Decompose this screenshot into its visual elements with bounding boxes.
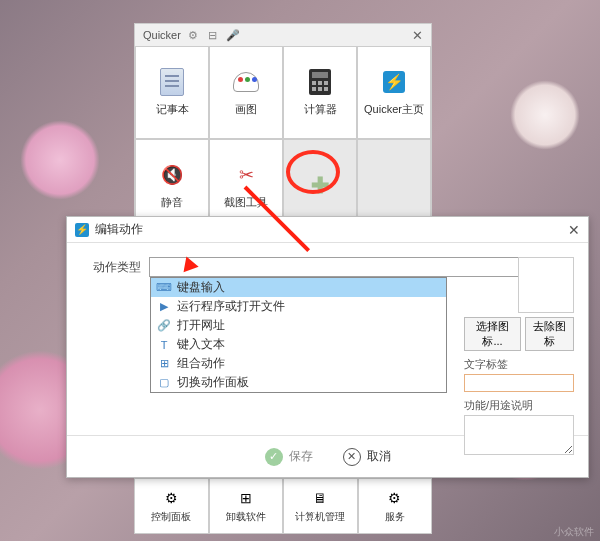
plus-icon: ✚ — [311, 173, 329, 199]
bottom-cell-services[interactable]: ⚙服务 — [358, 478, 433, 534]
dropdown-item-url[interactable]: 🔗打开网址 — [151, 316, 446, 335]
dropdown-item-panel[interactable]: ▢切换动作面板 — [151, 373, 446, 392]
uninstall-icon: ⊞ — [237, 489, 255, 507]
notepad-icon — [160, 68, 184, 96]
bottom-cell-uninstall[interactable]: ⊞卸载软件 — [209, 478, 284, 534]
grid-cell-paint[interactable]: 画图 — [209, 46, 283, 139]
bolt-small-icon: ⚡ — [75, 223, 89, 237]
grid-cell-homepage[interactable]: ⚡Quicker主页 — [357, 46, 431, 139]
dialog-titlebar: ⚡ 编辑动作 ✕ — [67, 217, 588, 243]
watermark: 小众软件 — [554, 525, 594, 539]
dropdown-item-group[interactable]: ⊞组合动作 — [151, 354, 446, 373]
save-button[interactable]: ✓保存 — [265, 448, 313, 466]
eye-icon[interactable]: ⊟ — [207, 29, 219, 41]
bottom-action-row: ⚙控制面板 ⊞卸载软件 🖥计算机管理 ⚙服务 — [134, 478, 432, 534]
run-icon: ▶ — [157, 300, 171, 314]
services-icon: ⚙ — [386, 489, 404, 507]
dropdown-item-run[interactable]: ▶运行程序或打开文件 — [151, 297, 446, 316]
icon-preview — [518, 257, 574, 313]
text-label-input[interactable] — [464, 374, 574, 392]
keyboard-icon: ⌨ — [157, 281, 171, 295]
x-icon: ✕ — [343, 448, 361, 466]
action-grid: 记事本 画图 计算器 ⚡Quicker主页 🔇静音 ✂截图工具 ✚ — [135, 46, 431, 232]
grid-cell-notepad[interactable]: 记事本 — [135, 46, 209, 139]
app-title: Quicker — [143, 29, 181, 41]
dropdown-item-text[interactable]: T键入文本 — [151, 335, 446, 354]
control-panel-icon: ⚙ — [162, 489, 180, 507]
action-type-label: 动作类型 — [81, 259, 141, 276]
group-icon: ⊞ — [157, 357, 171, 371]
gear-icon[interactable]: ⚙ — [187, 29, 199, 41]
quicker-main-panel: Quicker ⚙ ⊟ 🎤 ✕ 记事本 画图 计算器 ⚡Quicker主页 🔇静… — [134, 23, 432, 233]
desc-caption: 功能/用途说明 — [464, 398, 574, 413]
mute-icon: 🔇 — [159, 162, 185, 188]
quicker-titlebar: Quicker ⚙ ⊟ 🎤 ✕ — [135, 24, 431, 46]
scissors-icon: ✂ — [233, 162, 259, 188]
grid-cell-calc[interactable]: 计算器 — [283, 46, 357, 139]
bottom-cell-control-panel[interactable]: ⚙控制面板 — [134, 478, 209, 534]
bolt-icon: ⚡ — [383, 71, 405, 93]
dialog-title-text: 编辑动作 — [95, 221, 143, 238]
close-icon[interactable]: ✕ — [412, 28, 423, 43]
remove-icon-button[interactable]: 去除图标 — [525, 317, 574, 351]
bottom-cell-management[interactable]: 🖥计算机管理 — [283, 478, 358, 534]
computer-icon: 🖥 — [311, 489, 329, 507]
mic-icon[interactable]: 🎤 — [227, 29, 239, 41]
link-icon: 🔗 — [157, 319, 171, 333]
icon-config-panel: 选择图标... 去除图标 文字标签 功能/用途说明 — [464, 257, 574, 459]
panel-icon: ▢ — [157, 376, 171, 390]
calculator-icon — [309, 69, 331, 95]
check-icon: ✓ — [265, 448, 283, 466]
dialog-close-icon[interactable]: ✕ — [568, 222, 580, 238]
dropdown-item-keyboard[interactable]: ⌨键盘输入 — [151, 278, 446, 297]
text-label-caption: 文字标签 — [464, 357, 574, 372]
paint-icon — [233, 72, 259, 92]
action-type-dropdown: ⌨键盘输入 ▶运行程序或打开文件 🔗打开网址 T键入文本 ⊞组合动作 ▢切换动作… — [150, 277, 447, 393]
cancel-button[interactable]: ✕取消 — [343, 448, 391, 466]
select-icon-button[interactable]: 选择图标... — [464, 317, 521, 351]
desc-input[interactable] — [464, 415, 574, 455]
text-icon: T — [157, 338, 171, 352]
edit-action-dialog: ⚡ 编辑动作 ✕ 动作类型 ▾ ⌨键盘输入 ▶运行程序或打开文件 🔗打开网址 T… — [66, 216, 589, 478]
